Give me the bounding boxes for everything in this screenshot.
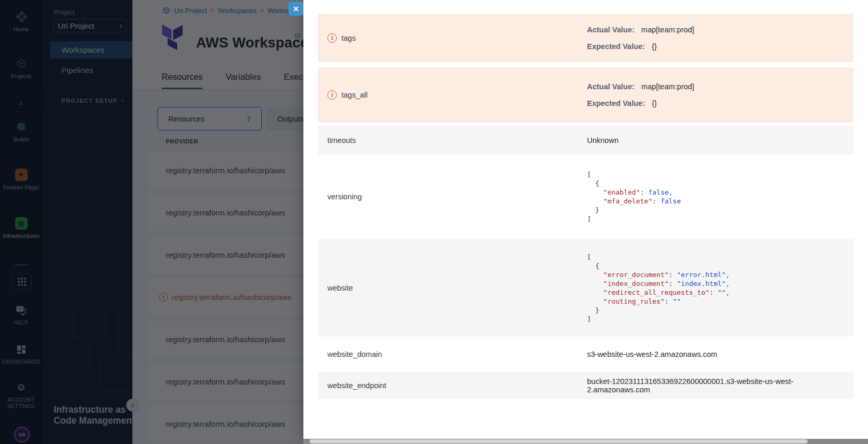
json-code-block: [ { "error_document": "error.html", "ind… bbox=[587, 253, 730, 323]
attribute-row-website-domain: website_domain s3-website-us-west-2.amaz… bbox=[318, 337, 853, 372]
attribute-row-tags-all: i tags_all Actual Value: map[team:prod] … bbox=[318, 67, 853, 123]
expected-value-label: Expected Value: bbox=[587, 41, 645, 52]
attribute-value: s3-website-us-west-2.amazonaws.com bbox=[587, 350, 717, 358]
code-line: "error_document": "error.html", bbox=[587, 270, 730, 279]
expected-value-label: Expected Value: bbox=[587, 98, 645, 109]
expected-value: {} bbox=[652, 98, 657, 109]
horizontal-scrollbar-track[interactable] bbox=[303, 439, 868, 444]
drift-warning-icon: i bbox=[327, 33, 337, 43]
attribute-name: timeouts bbox=[327, 136, 356, 145]
code-line: "routing_rules": "" bbox=[587, 297, 730, 306]
attribute-value: bucket-120231113165336922600000001.s3-we… bbox=[587, 377, 853, 394]
attribute-row-versioning: versioning [ { "enabled": false, "mfa_de… bbox=[318, 154, 853, 239]
attribute-row-website: website [ { "error_document": "error.htm… bbox=[318, 239, 853, 337]
code-line: { bbox=[587, 261, 730, 270]
code-line: } bbox=[587, 306, 730, 315]
attribute-row-website-endpoint: website_endpoint bucket-1202311131653369… bbox=[318, 372, 853, 399]
code-line: ] bbox=[587, 214, 681, 223]
attribute-name: tags bbox=[341, 34, 356, 42]
expected-value: {} bbox=[652, 41, 657, 52]
attribute-name: website bbox=[327, 284, 353, 292]
attribute-value: Unknown bbox=[587, 136, 618, 145]
attribute-row-timeouts: timeouts Unknown bbox=[318, 126, 853, 154]
attribute-name: website_endpoint bbox=[327, 381, 386, 390]
actual-value: map[team:prod] bbox=[641, 25, 694, 35]
attribute-name: tags_all bbox=[341, 91, 368, 99]
code-line: } bbox=[587, 206, 681, 214]
code-line: "index_document": "index.html", bbox=[587, 279, 730, 288]
code-line: [ bbox=[587, 170, 681, 179]
drawer-close-button[interactable]: ✕ bbox=[288, 2, 303, 16]
horizontal-scrollbar-thumb[interactable] bbox=[310, 439, 808, 443]
drift-warning-icon: i bbox=[327, 90, 337, 100]
actual-value-label: Actual Value: bbox=[587, 81, 634, 92]
actual-value: map[team:prod] bbox=[641, 81, 694, 92]
code-line: ] bbox=[587, 315, 730, 323]
code-line: [ bbox=[587, 253, 730, 261]
code-line: { bbox=[587, 179, 681, 188]
actual-value-label: Actual Value: bbox=[587, 25, 634, 35]
resource-details-drawer: i tags Actual Value: map[team:prod] Expe… bbox=[303, 0, 868, 439]
attribute-name: website_domain bbox=[327, 350, 382, 358]
code-line: "mfa_delete": false bbox=[587, 197, 681, 206]
code-line: "redirect_all_requests_to": "", bbox=[587, 288, 730, 297]
code-line: "enabled": false, bbox=[587, 188, 681, 197]
attribute-name: versioning bbox=[327, 193, 362, 201]
app-window: Home Projects ▲ Builds ⚑ Feature Flags bbox=[0, 0, 868, 444]
attribute-row-tags: i tags Actual Value: map[team:prod] Expe… bbox=[318, 14, 853, 62]
json-code-block: [ { "enabled": false, "mfa_delete": fals… bbox=[587, 170, 681, 223]
